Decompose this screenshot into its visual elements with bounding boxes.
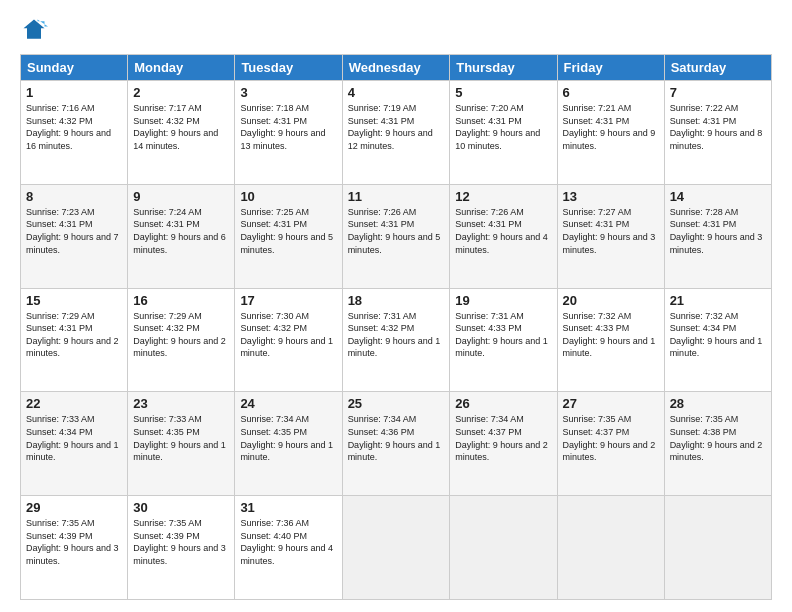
calendar-cell: 20Sunrise: 7:32 AM Sunset: 4:33 PM Dayli… <box>557 288 664 392</box>
day-number: 27 <box>563 396 659 411</box>
weekday-header-sunday: Sunday <box>21 55 128 81</box>
day-info: Sunrise: 7:20 AM Sunset: 4:31 PM Dayligh… <box>455 102 551 152</box>
day-info: Sunrise: 7:36 AM Sunset: 4:40 PM Dayligh… <box>240 517 336 567</box>
day-number: 6 <box>563 85 659 100</box>
day-info: Sunrise: 7:23 AM Sunset: 4:31 PM Dayligh… <box>26 206 122 256</box>
calendar-cell <box>342 496 450 600</box>
calendar-cell: 31Sunrise: 7:36 AM Sunset: 4:40 PM Dayli… <box>235 496 342 600</box>
day-info: Sunrise: 7:35 AM Sunset: 4:39 PM Dayligh… <box>26 517 122 567</box>
weekday-header-saturday: Saturday <box>664 55 771 81</box>
calendar-cell: 11Sunrise: 7:26 AM Sunset: 4:31 PM Dayli… <box>342 184 450 288</box>
calendar-cell: 2Sunrise: 7:17 AM Sunset: 4:32 PM Daylig… <box>128 81 235 185</box>
svg-marker-0 <box>24 20 45 39</box>
logo-icon <box>20 16 48 44</box>
day-number: 28 <box>670 396 766 411</box>
day-number: 3 <box>240 85 336 100</box>
day-info: Sunrise: 7:16 AM Sunset: 4:32 PM Dayligh… <box>26 102 122 152</box>
day-number: 8 <box>26 189 122 204</box>
day-number: 7 <box>670 85 766 100</box>
day-number: 12 <box>455 189 551 204</box>
logo <box>20 16 52 44</box>
calendar-table: SundayMondayTuesdayWednesdayThursdayFrid… <box>20 54 772 600</box>
calendar-cell: 28Sunrise: 7:35 AM Sunset: 4:38 PM Dayli… <box>664 392 771 496</box>
calendar-cell: 10Sunrise: 7:25 AM Sunset: 4:31 PM Dayli… <box>235 184 342 288</box>
calendar-cell: 3Sunrise: 7:18 AM Sunset: 4:31 PM Daylig… <box>235 81 342 185</box>
calendar-week-3: 15Sunrise: 7:29 AM Sunset: 4:31 PM Dayli… <box>21 288 772 392</box>
calendar-cell: 1Sunrise: 7:16 AM Sunset: 4:32 PM Daylig… <box>21 81 128 185</box>
calendar-cell: 12Sunrise: 7:26 AM Sunset: 4:31 PM Dayli… <box>450 184 557 288</box>
calendar-cell: 13Sunrise: 7:27 AM Sunset: 4:31 PM Dayli… <box>557 184 664 288</box>
calendar-cell <box>664 496 771 600</box>
calendar-cell: 4Sunrise: 7:19 AM Sunset: 4:31 PM Daylig… <box>342 81 450 185</box>
calendar-cell: 27Sunrise: 7:35 AM Sunset: 4:37 PM Dayli… <box>557 392 664 496</box>
day-number: 14 <box>670 189 766 204</box>
calendar-cell: 14Sunrise: 7:28 AM Sunset: 4:31 PM Dayli… <box>664 184 771 288</box>
day-info: Sunrise: 7:18 AM Sunset: 4:31 PM Dayligh… <box>240 102 336 152</box>
day-number: 9 <box>133 189 229 204</box>
weekday-header-monday: Monday <box>128 55 235 81</box>
calendar-cell: 30Sunrise: 7:35 AM Sunset: 4:39 PM Dayli… <box>128 496 235 600</box>
calendar-week-5: 29Sunrise: 7:35 AM Sunset: 4:39 PM Dayli… <box>21 496 772 600</box>
weekday-header-thursday: Thursday <box>450 55 557 81</box>
calendar-cell: 26Sunrise: 7:34 AM Sunset: 4:37 PM Dayli… <box>450 392 557 496</box>
calendar-cell: 15Sunrise: 7:29 AM Sunset: 4:31 PM Dayli… <box>21 288 128 392</box>
calendar-cell: 16Sunrise: 7:29 AM Sunset: 4:32 PM Dayli… <box>128 288 235 392</box>
calendar-cell: 25Sunrise: 7:34 AM Sunset: 4:36 PM Dayli… <box>342 392 450 496</box>
day-info: Sunrise: 7:34 AM Sunset: 4:37 PM Dayligh… <box>455 413 551 463</box>
calendar-cell: 18Sunrise: 7:31 AM Sunset: 4:32 PM Dayli… <box>342 288 450 392</box>
calendar-cell: 19Sunrise: 7:31 AM Sunset: 4:33 PM Dayli… <box>450 288 557 392</box>
day-info: Sunrise: 7:31 AM Sunset: 4:32 PM Dayligh… <box>348 310 445 360</box>
calendar-week-4: 22Sunrise: 7:33 AM Sunset: 4:34 PM Dayli… <box>21 392 772 496</box>
day-number: 22 <box>26 396 122 411</box>
day-info: Sunrise: 7:22 AM Sunset: 4:31 PM Dayligh… <box>670 102 766 152</box>
day-number: 21 <box>670 293 766 308</box>
calendar-cell: 22Sunrise: 7:33 AM Sunset: 4:34 PM Dayli… <box>21 392 128 496</box>
day-info: Sunrise: 7:33 AM Sunset: 4:35 PM Dayligh… <box>133 413 229 463</box>
day-number: 2 <box>133 85 229 100</box>
day-number: 16 <box>133 293 229 308</box>
day-number: 30 <box>133 500 229 515</box>
calendar-cell: 29Sunrise: 7:35 AM Sunset: 4:39 PM Dayli… <box>21 496 128 600</box>
day-info: Sunrise: 7:31 AM Sunset: 4:33 PM Dayligh… <box>455 310 551 360</box>
day-info: Sunrise: 7:17 AM Sunset: 4:32 PM Dayligh… <box>133 102 229 152</box>
day-number: 23 <box>133 396 229 411</box>
calendar-cell: 23Sunrise: 7:33 AM Sunset: 4:35 PM Dayli… <box>128 392 235 496</box>
day-number: 20 <box>563 293 659 308</box>
day-info: Sunrise: 7:29 AM Sunset: 4:32 PM Dayligh… <box>133 310 229 360</box>
day-info: Sunrise: 7:35 AM Sunset: 4:39 PM Dayligh… <box>133 517 229 567</box>
calendar-cell: 9Sunrise: 7:24 AM Sunset: 4:31 PM Daylig… <box>128 184 235 288</box>
day-number: 25 <box>348 396 445 411</box>
calendar-cell: 24Sunrise: 7:34 AM Sunset: 4:35 PM Dayli… <box>235 392 342 496</box>
day-info: Sunrise: 7:35 AM Sunset: 4:38 PM Dayligh… <box>670 413 766 463</box>
day-number: 19 <box>455 293 551 308</box>
day-info: Sunrise: 7:32 AM Sunset: 4:34 PM Dayligh… <box>670 310 766 360</box>
day-number: 18 <box>348 293 445 308</box>
weekday-header-row: SundayMondayTuesdayWednesdayThursdayFrid… <box>21 55 772 81</box>
day-info: Sunrise: 7:35 AM Sunset: 4:37 PM Dayligh… <box>563 413 659 463</box>
calendar-week-1: 1Sunrise: 7:16 AM Sunset: 4:32 PM Daylig… <box>21 81 772 185</box>
day-info: Sunrise: 7:26 AM Sunset: 4:31 PM Dayligh… <box>455 206 551 256</box>
calendar-cell: 7Sunrise: 7:22 AM Sunset: 4:31 PM Daylig… <box>664 81 771 185</box>
calendar-cell: 17Sunrise: 7:30 AM Sunset: 4:32 PM Dayli… <box>235 288 342 392</box>
day-info: Sunrise: 7:34 AM Sunset: 4:35 PM Dayligh… <box>240 413 336 463</box>
weekday-header-friday: Friday <box>557 55 664 81</box>
day-info: Sunrise: 7:24 AM Sunset: 4:31 PM Dayligh… <box>133 206 229 256</box>
day-number: 1 <box>26 85 122 100</box>
calendar-week-2: 8Sunrise: 7:23 AM Sunset: 4:31 PM Daylig… <box>21 184 772 288</box>
day-info: Sunrise: 7:34 AM Sunset: 4:36 PM Dayligh… <box>348 413 445 463</box>
day-number: 13 <box>563 189 659 204</box>
day-number: 24 <box>240 396 336 411</box>
weekday-header-wednesday: Wednesday <box>342 55 450 81</box>
day-number: 29 <box>26 500 122 515</box>
day-number: 10 <box>240 189 336 204</box>
day-info: Sunrise: 7:33 AM Sunset: 4:34 PM Dayligh… <box>26 413 122 463</box>
calendar-cell: 8Sunrise: 7:23 AM Sunset: 4:31 PM Daylig… <box>21 184 128 288</box>
day-info: Sunrise: 7:26 AM Sunset: 4:31 PM Dayligh… <box>348 206 445 256</box>
calendar-cell: 6Sunrise: 7:21 AM Sunset: 4:31 PM Daylig… <box>557 81 664 185</box>
day-number: 15 <box>26 293 122 308</box>
day-info: Sunrise: 7:25 AM Sunset: 4:31 PM Dayligh… <box>240 206 336 256</box>
day-number: 11 <box>348 189 445 204</box>
calendar-cell: 5Sunrise: 7:20 AM Sunset: 4:31 PM Daylig… <box>450 81 557 185</box>
calendar-cell: 21Sunrise: 7:32 AM Sunset: 4:34 PM Dayli… <box>664 288 771 392</box>
day-number: 5 <box>455 85 551 100</box>
